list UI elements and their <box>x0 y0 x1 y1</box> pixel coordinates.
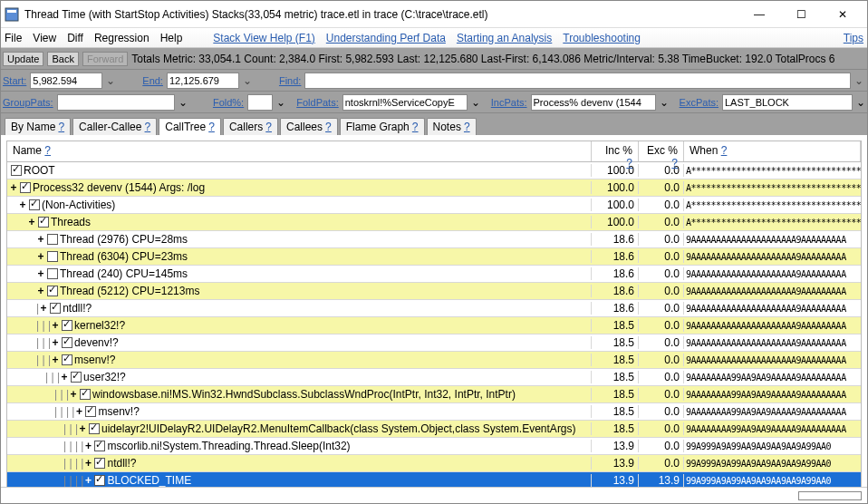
row-checkbox[interactable] <box>47 251 58 262</box>
tab-flamegraph[interactable]: Flame Graph ? <box>340 118 425 135</box>
expand-toggle[interactable]: + <box>83 440 92 452</box>
row-checkbox[interactable] <box>71 372 82 383</box>
end-input[interactable] <box>167 73 239 89</box>
excpats-dropdown-icon[interactable]: ⌄ <box>856 96 865 109</box>
maximize-button[interactable]: ☐ <box>780 1 822 28</box>
expand-toggle[interactable]: + <box>60 371 69 383</box>
row-checkbox[interactable] <box>20 182 31 193</box>
start-label[interactable]: Start: <box>3 75 26 86</box>
tree-row[interactable]: | | | +devenv!?18.50.09AAAAAAAAAAAAAAAAA… <box>7 334 861 352</box>
row-checkbox[interactable] <box>89 423 100 434</box>
forward-button[interactable]: Forward <box>82 52 128 66</box>
tree-row[interactable]: +Thread (240) CPU=145ms18.60.09AAAAAAAAA… <box>7 266 861 283</box>
tree-row[interactable]: | +ntdll!?18.60.09AAAAAAAAAAAAAAAAAAAAA9… <box>7 300 861 317</box>
foldpct-dropdown-icon[interactable]: ⌄ <box>276 96 285 109</box>
expand-toggle[interactable]: + <box>9 181 18 194</box>
tree-row[interactable]: | | | +windowsbase.ni!MS.Win32.HwndSubcl… <box>7 386 861 403</box>
row-checkbox[interactable] <box>29 199 40 210</box>
tree-row[interactable]: | | | | +BLOCKED_TIME13.913.999A999A9A99… <box>7 472 861 487</box>
link-understanding-perf[interactable]: Understanding Perf Data <box>326 32 446 44</box>
tab-callees[interactable]: Callees ? <box>280 118 338 135</box>
link-starting-analysis[interactable]: Starting an Analysis <box>457 32 552 44</box>
tree-row[interactable]: | | | +user32!?18.50.09AAAAAAAA99AA9AA9A… <box>7 369 861 386</box>
link-tips[interactable]: Tips <box>844 32 863 44</box>
tab-callercallee[interactable]: Caller-Callee ? <box>72 118 157 135</box>
row-checkbox[interactable] <box>62 320 72 331</box>
tree-row[interactable]: +Process32 devenv (1544) Args: /log100.0… <box>7 179 861 197</box>
link-stackview-help[interactable]: Stack View Help (F1) <box>213 32 314 44</box>
foldpats-dropdown-icon[interactable]: ⌄ <box>471 96 480 109</box>
expand-toggle[interactable]: + <box>69 388 78 401</box>
menu-diff[interactable]: Diff <box>67 32 83 44</box>
row-checkbox[interactable] <box>47 286 58 296</box>
expand-toggle[interactable]: + <box>36 233 45 246</box>
tree-row[interactable]: +Thread (5212) CPU=1213ms18.60.09AAAAAAA… <box>7 283 861 300</box>
back-button[interactable]: Back <box>47 52 78 66</box>
link-troubleshooting[interactable]: Troubleshooting <box>563 32 641 44</box>
tab-byname[interactable]: By Name ? <box>5 118 71 135</box>
tab-calltree[interactable]: CallTree ? <box>159 118 221 135</box>
expand-toggle[interactable]: + <box>27 216 36 228</box>
tree-row[interactable]: +Threads100.00.0A***********************… <box>7 214 861 231</box>
col-name[interactable]: Name ? <box>7 141 592 161</box>
incpats-dropdown-icon[interactable]: ⌄ <box>660 96 669 109</box>
menu-help[interactable]: Help <box>160 32 183 44</box>
tree-row[interactable]: | | | +uidelayr2!UIDelayR2.UIDelayR2.Men… <box>7 421 861 438</box>
close-button[interactable]: ✕ <box>822 1 863 28</box>
row-checkbox[interactable] <box>50 303 61 314</box>
col-inc[interactable]: Inc % ? <box>592 141 639 161</box>
col-when[interactable]: When ? <box>684 141 861 161</box>
find-label[interactable]: Find: <box>279 75 301 86</box>
tree-row[interactable]: | | | | +mscorlib.ni!System.Threading.Th… <box>7 438 861 455</box>
expand-toggle[interactable]: + <box>74 405 83 418</box>
start-dropdown-icon[interactable]: ⌄ <box>106 74 117 87</box>
excpats-label[interactable]: ExcPats: <box>680 97 719 108</box>
incpats-input[interactable] <box>531 94 656 111</box>
expand-toggle[interactable]: + <box>51 336 60 349</box>
start-input[interactable] <box>30 73 102 89</box>
expand-toggle[interactable]: + <box>36 267 45 280</box>
find-dropdown-icon[interactable]: ⌄ <box>854 74 865 87</box>
row-checkbox[interactable] <box>94 475 105 486</box>
tree-row[interactable]: +(Non-Activities)100.00.0A**************… <box>7 197 861 214</box>
menu-file[interactable]: File <box>5 32 22 44</box>
menu-regression[interactable]: Regression <box>94 32 149 44</box>
menu-view[interactable]: View <box>33 32 56 44</box>
row-checkbox[interactable] <box>80 389 91 400</box>
foldpats-input[interactable] <box>342 94 468 111</box>
grouppats-input[interactable] <box>57 94 175 111</box>
end-label[interactable]: End: <box>142 75 163 86</box>
row-checkbox[interactable] <box>94 458 105 469</box>
row-checkbox[interactable] <box>38 217 49 228</box>
expand-toggle[interactable]: + <box>51 354 60 366</box>
foldpats-label[interactable]: FoldPats: <box>296 97 338 108</box>
tree-row[interactable]: ROOT100.00.0A***************************… <box>7 162 861 179</box>
row-checkbox[interactable] <box>11 165 22 176</box>
expand-toggle[interactable]: + <box>83 474 92 487</box>
tree-row[interactable]: | | | | +msenv!?18.50.09AAAAAAAA99AA9AA9… <box>7 403 861 421</box>
row-checkbox[interactable] <box>85 406 96 417</box>
update-button[interactable]: Update <box>3 52 43 66</box>
tree-row[interactable]: | | | +kernel32!?18.50.09AAAAAAAAAAAAAAA… <box>7 317 861 334</box>
tree-row[interactable]: | | | | +ntdll!?13.90.099A999A9A99AA9AA9… <box>7 455 861 472</box>
tree-row[interactable]: | | | +msenv!?18.50.09AAAAAAAAAAAAAAAAAA… <box>7 352 861 369</box>
expand-toggle[interactable]: + <box>51 319 60 332</box>
expand-toggle[interactable]: + <box>36 250 45 263</box>
expand-toggle[interactable]: + <box>78 422 87 435</box>
expand-toggle[interactable]: + <box>18 199 27 211</box>
tree-row[interactable]: +Thread (2976) CPU=28ms18.60.09AAAAAAAAA… <box>7 231 861 248</box>
row-checkbox[interactable] <box>94 441 105 451</box>
tab-callers[interactable]: Callers ? <box>223 118 278 135</box>
tree-row[interactable]: +Thread (6304) CPU=23ms18.60.09AAAAAAAAA… <box>7 248 861 266</box>
foldpct-input[interactable] <box>247 94 273 111</box>
row-checkbox[interactable] <box>62 337 72 348</box>
tab-notes[interactable]: Notes ? <box>427 118 477 135</box>
grouppats-dropdown-icon[interactable]: ⌄ <box>178 96 188 109</box>
row-checkbox[interactable] <box>62 354 72 365</box>
incpats-label[interactable]: IncPats: <box>491 97 527 108</box>
row-checkbox[interactable] <box>47 268 58 279</box>
expand-toggle[interactable]: + <box>39 302 48 315</box>
grouppats-label[interactable]: GroupPats: <box>3 97 53 108</box>
foldpct-label[interactable]: Fold%: <box>213 97 244 108</box>
row-checkbox[interactable] <box>47 234 58 245</box>
